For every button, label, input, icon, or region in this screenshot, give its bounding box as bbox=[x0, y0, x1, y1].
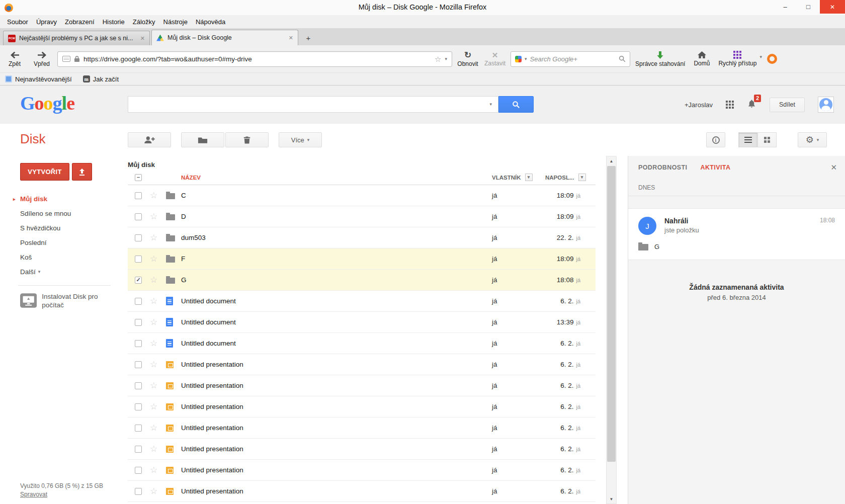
more-button[interactable]: Více ▾ bbox=[279, 132, 322, 147]
owner-sort-button[interactable]: ▾ bbox=[525, 174, 533, 181]
column-header-modified[interactable]: NAPOSL... ▾ bbox=[545, 174, 596, 181]
star-icon[interactable]: ☆ bbox=[150, 360, 158, 369]
downloads-button[interactable]: Správce stahování bbox=[634, 50, 686, 68]
tab-pcworld[interactable]: PCW Nejčastější problémy s PC a jak se s… bbox=[3, 31, 150, 45]
back-button[interactable]: Zpět bbox=[3, 50, 26, 68]
search-engine-icon[interactable] bbox=[515, 56, 522, 62]
bookmark-getting-started[interactable]: m Jak začít bbox=[83, 75, 119, 83]
row-checkbox[interactable] bbox=[135, 277, 142, 284]
menu-item[interactable]: Zobrazení bbox=[61, 17, 99, 27]
row-checkbox[interactable] bbox=[135, 192, 142, 199]
tab-details[interactable]: PODROBNOSTI bbox=[638, 164, 687, 171]
row-checkbox[interactable] bbox=[135, 319, 142, 326]
menu-item[interactable]: Nápověda bbox=[192, 17, 229, 27]
table-row[interactable]: ☆ Untitled presentation já 6. 2.já bbox=[128, 354, 596, 375]
activity-item[interactable]: G bbox=[638, 243, 835, 250]
menu-item[interactable]: Záložky bbox=[129, 17, 159, 27]
avatar[interactable] bbox=[818, 97, 834, 113]
upload-button[interactable] bbox=[72, 163, 92, 181]
install-drive-link[interactable]: Instalovat Disk pro počítač bbox=[20, 293, 116, 310]
table-row[interactable]: ☆ Untitled presentation já 6. 2.já bbox=[128, 417, 596, 439]
sidebar-item-trash[interactable]: Koš bbox=[20, 250, 128, 265]
sidebar-item-my-drive[interactable]: ▸Můj disk bbox=[20, 192, 128, 206]
page-icon[interactable] bbox=[62, 56, 70, 62]
close-button[interactable]: ✕ bbox=[820, 0, 845, 14]
menu-item[interactable]: Historie bbox=[99, 17, 129, 27]
table-row[interactable]: ☆ Untitled presentation já 6. 2.já bbox=[128, 439, 596, 460]
web-search-input[interactable]: ▾ Search Google+ bbox=[511, 51, 630, 67]
new-folder-button[interactable] bbox=[181, 132, 224, 147]
quick-access-button[interactable]: Rychlý přístup bbox=[717, 50, 757, 68]
table-row[interactable]: ☆ G já 18:08já bbox=[128, 270, 596, 291]
panel-close-icon[interactable]: ✕ bbox=[830, 163, 837, 172]
star-icon[interactable]: ☆ bbox=[150, 339, 158, 348]
row-checkbox[interactable] bbox=[135, 403, 142, 410]
refresh-button[interactable]: ↻ Obnovit bbox=[456, 50, 479, 68]
select-all-checkbox[interactable]: – bbox=[135, 174, 142, 181]
table-row[interactable]: ☆ Untitled presentation já 6. 2.já bbox=[128, 481, 596, 502]
row-checkbox[interactable] bbox=[135, 446, 142, 453]
column-header-name[interactable]: NÁZEV bbox=[181, 175, 480, 181]
quick-access-dropdown-icon[interactable]: ▾ bbox=[759, 55, 762, 59]
star-icon[interactable]: ☆ bbox=[150, 276, 158, 284]
drive-search-button[interactable] bbox=[498, 96, 534, 113]
star-icon[interactable]: ☆ bbox=[150, 255, 158, 263]
table-row[interactable]: ☆ Untitled presentation já 6. 2.já bbox=[128, 460, 596, 481]
bookmark-star-icon[interactable]: ☆ bbox=[435, 55, 441, 63]
table-row[interactable]: ☆ Untitled document já 6. 2.já bbox=[128, 333, 596, 354]
menu-item[interactable]: Nástroje bbox=[159, 17, 192, 27]
star-icon[interactable]: ☆ bbox=[150, 191, 158, 200]
tab-activity[interactable]: AKTIVITA bbox=[700, 164, 730, 171]
sidebar-item-starred[interactable]: S hvězdičkou bbox=[20, 221, 128, 235]
star-icon[interactable]: ☆ bbox=[150, 487, 158, 495]
table-row[interactable]: ☆ Untitled presentation já 6. 2.já bbox=[128, 375, 596, 396]
create-button[interactable]: VYTVOŘIT bbox=[20, 163, 69, 181]
row-checkbox[interactable] bbox=[135, 425, 142, 432]
menu-item[interactable]: Úpravy bbox=[32, 17, 61, 27]
row-checkbox[interactable] bbox=[135, 361, 142, 368]
star-icon[interactable]: ☆ bbox=[150, 466, 158, 474]
extension-icon[interactable] bbox=[767, 54, 777, 64]
sidebar-item-more[interactable]: Další▾ bbox=[20, 265, 128, 279]
table-row[interactable]: ☆ C já 18:09já bbox=[128, 185, 596, 206]
tab-drive[interactable]: Můj disk – Disk Google ✕ bbox=[151, 30, 298, 45]
scrollbar-thumb[interactable] bbox=[607, 166, 616, 462]
row-checkbox[interactable] bbox=[135, 256, 142, 263]
share-button[interactable]: Sdílet bbox=[770, 98, 805, 112]
table-row[interactable]: ☆ Untitled document já 13:39já bbox=[128, 312, 596, 333]
engine-dropdown-icon[interactable]: ▾ bbox=[525, 57, 527, 61]
minimize-button[interactable]: – bbox=[774, 0, 797, 14]
table-row[interactable]: ☆ D já 18:09já bbox=[128, 206, 596, 227]
home-button[interactable]: Domů bbox=[690, 50, 713, 68]
row-checkbox[interactable] bbox=[135, 213, 142, 220]
forward-button[interactable]: Vpřed bbox=[30, 50, 53, 68]
modified-sort-button[interactable]: ▾ bbox=[578, 174, 586, 181]
menu-item[interactable]: Soubor bbox=[3, 17, 32, 27]
stop-button[interactable]: ✕ Zastavit bbox=[483, 50, 506, 68]
search-icon[interactable] bbox=[619, 55, 626, 62]
details-info-button[interactable]: i bbox=[706, 132, 725, 147]
url-text[interactable]: https://drive.google.com/?tab=wo&authuse… bbox=[83, 55, 431, 63]
row-checkbox[interactable] bbox=[135, 467, 142, 474]
search-options-dropdown-icon[interactable]: ▾ bbox=[489, 102, 492, 107]
row-checkbox[interactable] bbox=[135, 340, 142, 347]
sidebar-item-shared-with-me[interactable]: Sdíleno se mnou bbox=[20, 206, 128, 221]
profile-name-link[interactable]: +Jaroslav bbox=[685, 101, 713, 109]
column-header-owner[interactable]: VLASTNÍK ▾ bbox=[480, 174, 545, 181]
scrollbar[interactable]: ▲ ▼ bbox=[606, 156, 617, 504]
trash-button[interactable] bbox=[225, 132, 269, 147]
manage-storage-link[interactable]: Spravovat bbox=[20, 491, 47, 498]
drive-search-input[interactable]: ▾ bbox=[128, 96, 498, 113]
table-row[interactable]: ☆ F já 18:09já bbox=[128, 248, 596, 270]
table-row[interactable]: ☆ Untitled presentation já 6. 2.já bbox=[128, 396, 596, 417]
list-view-button[interactable] bbox=[738, 132, 757, 147]
table-row[interactable]: ☆ dum503 já 22. 2.já bbox=[128, 227, 596, 248]
star-icon[interactable]: ☆ bbox=[150, 402, 158, 411]
bookmark-most-visited[interactable]: Nejnavštěvovanější bbox=[5, 75, 72, 83]
table-row[interactable]: ☆ Untitled document já 6. 2.já bbox=[128, 291, 596, 312]
apps-grid-icon[interactable] bbox=[726, 101, 734, 109]
row-checkbox[interactable] bbox=[135, 382, 142, 389]
tab-close-icon[interactable]: ✕ bbox=[140, 35, 145, 42]
scroll-down-icon[interactable]: ▼ bbox=[607, 494, 616, 503]
star-icon[interactable]: ☆ bbox=[150, 445, 158, 453]
